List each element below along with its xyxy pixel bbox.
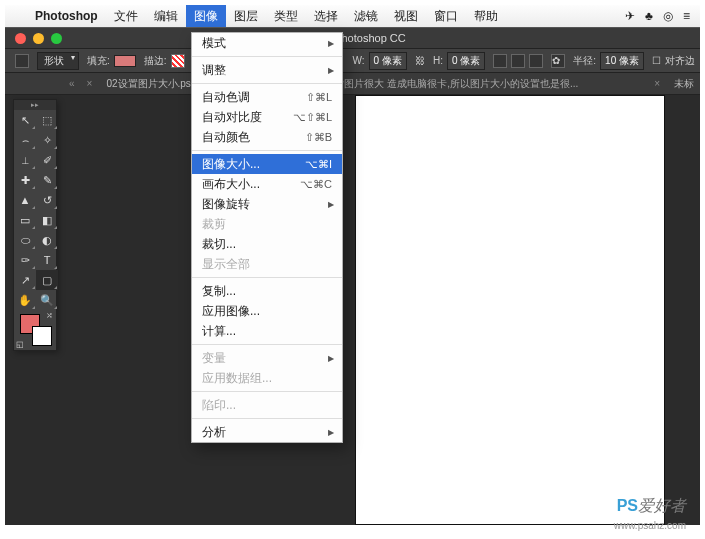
dodge-tool[interactable]: ◐ xyxy=(36,230,58,250)
watermark: PS爱好者 xyxy=(617,496,686,517)
menu-edit[interactable]: 编辑 xyxy=(146,5,186,27)
tab-close-icon[interactable]: × xyxy=(87,78,93,89)
fill-swatch[interactable] xyxy=(114,55,136,67)
crop-tool[interactable]: ⟂ xyxy=(14,150,36,170)
image-menu-dropdown: 模式调整自动色调⇧⌘L自动对比度⌥⇧⌘L自动颜色⇧⌘B图像大小...⌥⌘I画布大… xyxy=(191,32,343,443)
lasso-tool[interactable]: ⌢ xyxy=(14,130,36,150)
shape-mode-dropdown[interactable]: 形状 xyxy=(37,52,79,70)
tab-prev-icon[interactable]: « xyxy=(65,78,79,89)
height-field[interactable]: 0 像素 xyxy=(447,52,485,70)
radius-label: 半径: xyxy=(573,54,596,68)
marquee-tool[interactable]: ⬚ xyxy=(36,110,58,130)
menu-window[interactable]: 窗口 xyxy=(426,5,466,27)
gear-icon[interactable]: ✿ xyxy=(551,54,565,68)
background-color[interactable] xyxy=(32,326,52,346)
cc-icon[interactable]: ◎ xyxy=(663,9,673,23)
workspace xyxy=(5,95,700,525)
window-titlebar: Adobe Photoshop CC xyxy=(5,27,700,49)
align-edges-checkbox[interactable]: ☐ xyxy=(652,55,661,66)
options-bar: 形状 填充: 描边: W:0 像素 ⛓ H:0 像素 ✿ 半径:10 像素 ☐对… xyxy=(5,49,700,73)
document-tab-2[interactable]: 未标 xyxy=(668,75,700,93)
pen-tool[interactable]: ✑ xyxy=(14,250,36,270)
menu-item: 应用数据组... xyxy=(192,368,342,388)
minimize-icon[interactable] xyxy=(33,33,44,44)
blur-tool[interactable]: ⬭ xyxy=(14,230,36,250)
stroke-label: 描边: xyxy=(144,54,167,68)
radius-field[interactable]: 10 像素 xyxy=(600,52,644,70)
pathop-icon[interactable] xyxy=(493,54,507,68)
menu-item[interactable]: 复制... xyxy=(192,281,342,301)
app-name[interactable]: Photoshop xyxy=(27,9,106,23)
heal-tool[interactable]: ✚ xyxy=(14,170,36,190)
color-swatches: ⤭ ◱ xyxy=(14,310,56,350)
swap-colors-icon[interactable]: ⤭ xyxy=(46,311,53,320)
watermark-url: www.psahz.com xyxy=(614,520,686,531)
eyedropper-tool[interactable]: ✐ xyxy=(36,150,58,170)
menu-file[interactable]: 文件 xyxy=(106,5,146,27)
menu-select[interactable]: 选择 xyxy=(306,5,346,27)
menu-item: 变量 xyxy=(192,348,342,368)
close-icon[interactable] xyxy=(15,33,26,44)
default-colors-icon[interactable]: ◱ xyxy=(16,340,24,349)
align-icon[interactable] xyxy=(511,54,525,68)
path-tool[interactable]: ↗ xyxy=(14,270,36,290)
menu-view[interactable]: 视图 xyxy=(386,5,426,27)
stroke-swatch[interactable] xyxy=(171,54,185,68)
menu-item[interactable]: 模式 xyxy=(192,33,342,53)
eraser-tool[interactable]: ▭ xyxy=(14,210,36,230)
maximize-icon[interactable] xyxy=(51,33,62,44)
menu-layer[interactable]: 图层 xyxy=(226,5,266,27)
plane-icon[interactable]: ✈ xyxy=(625,9,635,23)
fill-label: 填充: xyxy=(87,54,110,68)
link-icon[interactable]: ⛓ xyxy=(415,55,425,66)
mac-menubar: Photoshop 文件 编辑 图像 图层 类型 选择 滤镜 视图 窗口 帮助 … xyxy=(5,5,700,27)
type-tool[interactable]: T xyxy=(36,250,58,270)
menu-item[interactable]: 计算... xyxy=(192,321,342,341)
shape-tool[interactable]: ▢ xyxy=(36,270,58,290)
gradient-tool[interactable]: ◧ xyxy=(36,210,58,230)
menu-item[interactable]: 图像大小...⌥⌘I xyxy=(192,154,342,174)
w-label: W: xyxy=(353,55,365,66)
menu-item[interactable]: 自动色调⇧⌘L xyxy=(192,87,342,107)
menu-item[interactable]: 自动对比度⌥⇧⌘L xyxy=(192,107,342,127)
menu-item[interactable]: 自动颜色⇧⌘B xyxy=(192,127,342,147)
hand-tool[interactable]: ✋ xyxy=(14,290,36,310)
penguin-icon[interactable]: ♣ xyxy=(645,9,653,23)
menu-item[interactable]: 画布大小...⌥⌘C xyxy=(192,174,342,194)
toolbox: ▸▸ ↖⬚⌢✧⟂✐✚✎▲↺▭◧⬭◐✑T↗▢✋🔍 ⤭ ◱ xyxy=(13,99,57,351)
brush-tool[interactable]: ✎ xyxy=(36,170,58,190)
menu-item: 裁剪 xyxy=(192,214,342,234)
zoom-tool[interactable]: 🔍 xyxy=(36,290,58,310)
menu-item[interactable]: 应用图像... xyxy=(192,301,342,321)
arrange-icon[interactable] xyxy=(529,54,543,68)
menu-image[interactable]: 图像 xyxy=(186,5,226,27)
history-brush-tool[interactable]: ↺ xyxy=(36,190,58,210)
menu-item[interactable]: 裁切... xyxy=(192,234,342,254)
menu-item[interactable]: 图像旋转 xyxy=(192,194,342,214)
tool-preset-icon[interactable] xyxy=(15,54,29,68)
width-field[interactable]: 0 像素 xyxy=(369,52,407,70)
stamp-tool[interactable]: ▲ xyxy=(14,190,36,210)
h-label: H: xyxy=(433,55,443,66)
document-tabs: « × 02设置图片大小.psd @ ... 有小伙伴反应说拼图之后图片很大 造… xyxy=(5,73,700,95)
toolbox-collapse-icon[interactable]: ▸▸ xyxy=(14,100,56,110)
menu-extra-icon[interactable]: ≡ xyxy=(683,9,690,23)
menu-item[interactable]: 分析 xyxy=(192,422,342,442)
menu-item: 陷印... xyxy=(192,395,342,415)
menu-filter[interactable]: 滤镜 xyxy=(346,5,386,27)
menu-item[interactable]: 调整 xyxy=(192,60,342,80)
menu-item: 显示全部 xyxy=(192,254,342,274)
tab-close-icon-2[interactable]: × xyxy=(654,78,660,89)
canvas[interactable] xyxy=(355,95,665,525)
align-edges-label: 对齐边 xyxy=(665,54,695,68)
move-tool[interactable]: ↖ xyxy=(14,110,36,130)
menu-help[interactable]: 帮助 xyxy=(466,5,506,27)
magic-wand-tool[interactable]: ✧ xyxy=(36,130,58,150)
menu-type[interactable]: 类型 xyxy=(266,5,306,27)
